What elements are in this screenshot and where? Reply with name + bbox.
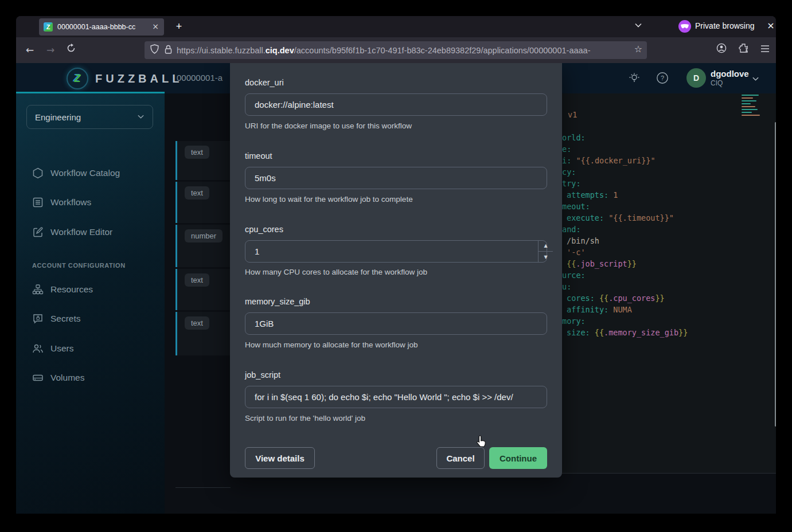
- volumes-drive-icon: [32, 372, 44, 384]
- sidebar-item-label: Workflow Editor: [50, 227, 112, 237]
- field-label-memory-size: memory_size_gib: [245, 297, 310, 306]
- field-label-job-script: job_script: [245, 370, 280, 380]
- page-title: 00000001-a: [177, 73, 223, 83]
- field-type-badge: text: [185, 186, 209, 200]
- private-browsing-label: Private browsing: [695, 21, 755, 30]
- forward-button[interactable]: →: [44, 43, 57, 57]
- continue-button[interactable]: Continue: [489, 447, 547, 469]
- url-text: https://ui.stable.fuzzball.ciq.dev/accou…: [177, 46, 641, 55]
- window-close-icon[interactable]: ×: [764, 20, 776, 31]
- stepper-down-icon[interactable]: ▼: [539, 252, 553, 263]
- menu-hamburger-icon[interactable]: [758, 43, 772, 57]
- sidebar-item-resources[interactable]: Resources: [26, 281, 158, 298]
- fuzzball-favicon-icon: Z: [44, 22, 53, 32]
- users-icon: [32, 343, 44, 354]
- field-type-badge: number: [185, 229, 223, 242]
- sidebar-item-workflow-editor[interactable]: Workflow Editor: [26, 224, 158, 240]
- user-menu-chevron-icon[interactable]: [752, 75, 759, 85]
- field-type-badge: text: [185, 146, 209, 159]
- brand-name: FUZZBALL: [95, 72, 182, 85]
- account-icon[interactable]: [715, 43, 728, 57]
- tab-title: 00000001-aaaa-bbbb-cc: [57, 23, 143, 31]
- app-root: Z FUZZBALL 00000001-a ? D dgodlove CIQ E…: [16, 63, 776, 514]
- reload-button[interactable]: [64, 43, 78, 57]
- help-icon[interactable]: ?: [656, 72, 669, 87]
- edit-pencil-icon: [32, 226, 44, 238]
- number-stepper: ▲ ▼: [538, 240, 553, 263]
- account-select-value: Engineering: [35, 112, 81, 122]
- sidebar-item-label: Users: [50, 343, 73, 354]
- url-fade: [608, 41, 631, 59]
- shield-icon[interactable]: [150, 44, 159, 56]
- browser-tab-bar: Z 00000001-aaaa-bbbb-cc × + Private brow…: [16, 16, 776, 37]
- code-minimap: [742, 95, 764, 128]
- stepper-up-icon[interactable]: ▲: [539, 240, 553, 252]
- docker-uri-input[interactable]: [245, 93, 547, 116]
- secrets-lock-bubble-icon: [32, 313, 44, 324]
- browser-tab[interactable]: Z 00000001-aaaa-bbbb-cc ×: [39, 18, 164, 36]
- mouse-cursor: [476, 435, 487, 451]
- sidebar-item-users[interactable]: Users: [26, 341, 158, 357]
- resources-sitemap-icon: [32, 284, 44, 295]
- field-help-memory-size: How much memory to allocate for the work…: [245, 341, 418, 349]
- field-type-badge: text: [185, 316, 209, 330]
- memory-size-input[interactable]: [245, 312, 547, 335]
- code-lines: v1 orld:e:i: "{{.docker_uri}}"cy:try:att…: [562, 109, 688, 338]
- sidebar-item-label: Workflows: [50, 197, 91, 208]
- sidebar: Engineering Workflow Catalog Workflows W…: [16, 93, 165, 514]
- bookmark-star-icon[interactable]: ☆: [634, 44, 642, 54]
- sidebar-item-label: Workflow Catalog: [50, 168, 120, 178]
- list-icon: [32, 197, 44, 208]
- field-help-job-script: Script to run for the 'hello world' job: [245, 414, 365, 423]
- sidebar-item-volumes[interactable]: Volumes: [26, 370, 158, 386]
- sidebar-section-label: ACCOUNT CONFIGURATION: [32, 262, 126, 269]
- theme-lightbulb-icon[interactable]: [629, 72, 640, 86]
- tab-close-icon[interactable]: ×: [150, 22, 161, 32]
- list-tabs-chevron-icon[interactable]: [634, 21, 642, 32]
- sidebar-item-workflows[interactable]: Workflows: [26, 194, 158, 210]
- job-script-input[interactable]: [245, 386, 547, 408]
- sidebar-item-label: Volumes: [50, 373, 84, 383]
- browser-nav-bar: ← → https://ui.stable.fuzzball.ciq.dev/a…: [16, 37, 776, 63]
- view-details-button[interactable]: View details: [245, 447, 315, 469]
- field-label-docker-uri: docker_uri: [245, 78, 284, 87]
- field-help-cpu-cores: How many CPU cores to allocate for the w…: [245, 268, 427, 276]
- user-avatar[interactable]: D: [686, 68, 706, 88]
- private-browsing-mask-icon: [678, 20, 691, 33]
- url-bar[interactable]: https://ui.stable.fuzzball.ciq.dev/accou…: [145, 41, 647, 59]
- new-tab-button[interactable]: +: [172, 20, 186, 34]
- field-label-cpu-cores: cpu_cores: [245, 225, 283, 234]
- fuzzball-logo-icon: Z: [67, 68, 88, 89]
- lock-icon[interactable]: [165, 45, 172, 56]
- cpu-cores-input[interactable]: [245, 240, 547, 263]
- extensions-puzzle-icon[interactable]: [736, 43, 750, 57]
- tab-title-fade: [133, 18, 149, 36]
- back-button[interactable]: ←: [23, 43, 37, 57]
- field-type-badge: text: [185, 273, 209, 287]
- account-select-dropdown[interactable]: Engineering: [26, 105, 153, 129]
- field-help-docker-uri: URI for the docker image to use for this…: [245, 122, 412, 130]
- editor-scrollbar[interactable]: [775, 122, 776, 427]
- svg-text:?: ?: [661, 75, 664, 81]
- sidebar-item-label: Resources: [50, 284, 93, 295]
- content-divider: [175, 487, 231, 488]
- timeout-input[interactable]: [245, 167, 547, 189]
- field-help-timeout: How long to wait for the workflow job to…: [245, 195, 413, 204]
- sidebar-top-accent: [16, 92, 165, 93]
- hexagon-icon: [32, 167, 44, 179]
- browser-window: Z 00000001-aaaa-bbbb-cc × + Private brow…: [16, 16, 776, 514]
- sidebar-item-secrets[interactable]: Secrets: [26, 311, 158, 327]
- sidebar-item-workflow-catalog[interactable]: Workflow Catalog: [26, 165, 158, 181]
- user-org: CIQ: [711, 79, 723, 87]
- field-label-timeout: timeout: [245, 151, 272, 161]
- run-application-modal: docker_uri URI for the docker image to u…: [230, 63, 562, 478]
- fuzzball-logo[interactable]: Z FUZZBALL: [67, 68, 182, 89]
- chevron-down-icon: [137, 112, 145, 122]
- user-name: dgodlove: [711, 69, 749, 79]
- sidebar-item-label: Secrets: [50, 314, 81, 324]
